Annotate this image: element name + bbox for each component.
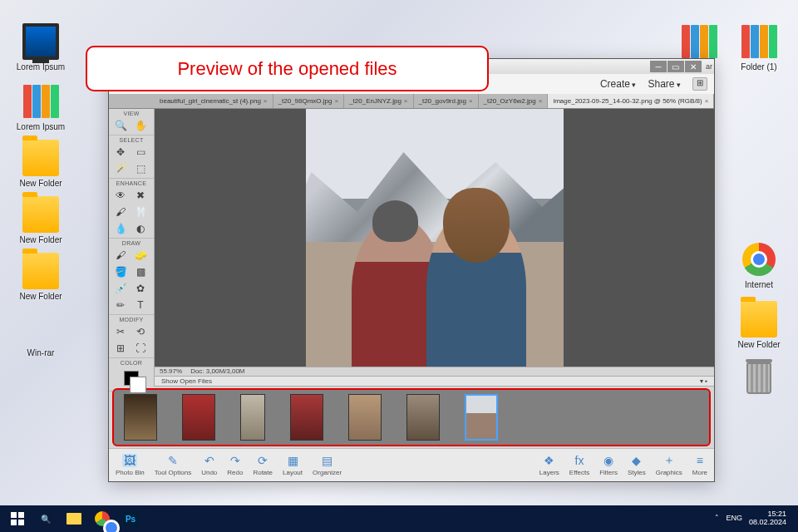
minimize-button[interactable]: ─	[650, 61, 667, 72]
straighten-tool[interactable]: ⛶	[132, 341, 149, 356]
tab[interactable]: _t20_EnJNYZ.jpg×	[344, 94, 413, 108]
close-icon[interactable]: ×	[469, 97, 473, 105]
color-swatch[interactable]	[109, 367, 154, 389]
brush-tool[interactable]: 🖌	[112, 248, 129, 263]
eyedropper-tool[interactable]: 💉	[112, 281, 129, 296]
desktop-icon-binders[interactable]	[670, 23, 728, 62]
tray-lang[interactable]: ENG	[726, 515, 742, 523]
start-button[interactable]	[3, 507, 32, 530]
rotate-button[interactable]: ⟳Rotate	[253, 454, 273, 476]
thumb[interactable]	[124, 394, 157, 441]
folder-icon	[741, 301, 777, 337]
thumb[interactable]	[290, 394, 323, 441]
styles-button[interactable]: ◆Styles	[628, 454, 646, 476]
icon-label: New Folder	[730, 340, 788, 349]
close-icon[interactable]: ×	[705, 97, 709, 105]
thumb[interactable]	[240, 394, 265, 441]
layers-button[interactable]: ❖Layers	[539, 454, 559, 476]
close-button[interactable]: ✕	[685, 61, 702, 72]
tray-chevron-icon[interactable]: ˄	[715, 515, 719, 523]
pencil-tool[interactable]: ✏	[112, 298, 129, 313]
recompose-tool[interactable]: ⟲	[132, 324, 149, 339]
monitor-icon	[22, 23, 59, 60]
graphics-button[interactable]: ＋Graphics	[656, 454, 682, 476]
menu-share[interactable]: Share	[648, 78, 681, 90]
tab[interactable]: _t20_98QmxO.jpg×	[273, 94, 345, 108]
shape-tool[interactable]: ✿	[132, 281, 149, 296]
system-tray[interactable]: ˄ ENG 15:21 08.02.2024	[707, 510, 795, 527]
close-icon[interactable]: ×	[334, 97, 338, 105]
chevron-down-icon: ▾ ▪	[700, 377, 707, 385]
hand-tool[interactable]: ✋	[132, 118, 149, 133]
text-tool[interactable]: T	[132, 298, 149, 313]
bucket-tool[interactable]: 🪣	[112, 264, 129, 279]
icon-label: Folder (1)	[730, 62, 788, 71]
wand-tool[interactable]: 🪄	[112, 161, 129, 176]
close-icon[interactable]: ×	[539, 97, 543, 105]
effects-button[interactable]: fxEffects	[569, 454, 589, 476]
organizer-button[interactable]: ▤Organizer	[313, 454, 342, 476]
desktop-icon-folder[interactable]: New Folder	[12, 196, 70, 244]
tab[interactable]: beautiful_girl_cinematic_st (4).png×	[155, 94, 273, 108]
smart-brush-tool[interactable]: 🖌	[112, 204, 129, 219]
tab-active[interactable]: image_2023-09-25_14-00-32.png @ 56% (RGB…	[548, 94, 714, 108]
tab[interactable]: _t20_gov9rd.jpg×	[414, 94, 479, 108]
open-files-label: Show Open Files	[161, 377, 212, 385]
blur-tool[interactable]: 💧	[112, 221, 129, 236]
whiten-tool[interactable]: 🦷	[132, 204, 149, 219]
svg-rect-1	[18, 512, 24, 518]
chrome-button[interactable]	[88, 507, 116, 530]
lasso-tool[interactable]: ⬚	[132, 161, 149, 176]
close-icon[interactable]: ×	[404, 97, 408, 105]
desktop-icon-trash[interactable]	[730, 357, 788, 397]
thumb-selected[interactable]	[465, 394, 498, 441]
desktop-icon-folder[interactable]: New Folder	[730, 301, 788, 349]
layout-button[interactable]: ▦Layout	[283, 454, 303, 476]
tool-options-button[interactable]: ✎Tool Options	[155, 454, 191, 476]
content-tool[interactable]: ⊞	[112, 341, 129, 356]
desktop-icon-folder[interactable]: New Folder	[12, 140, 70, 188]
explorer-button[interactable]	[60, 507, 88, 530]
spot-tool[interactable]: ✖	[132, 188, 149, 203]
thumb[interactable]	[406, 394, 440, 441]
undo-button[interactable]: ↶Undo	[201, 454, 217, 476]
desktop-icon-chrome[interactable]: Internet	[730, 241, 788, 289]
photo-bin-button[interactable]: 🖼Photo Bin	[116, 454, 145, 476]
photoshop-button[interactable]: Ps	[116, 507, 145, 530]
redeye-tool[interactable]: 👁	[112, 188, 129, 203]
icon-label: New Folder	[12, 292, 70, 301]
layers-icon: ❖	[542, 454, 557, 467]
close-icon[interactable]: ×	[264, 97, 268, 105]
thumb[interactable]	[348, 394, 382, 441]
filters-icon: ◉	[601, 454, 616, 467]
desktop-icon-binders[interactable]: Lorem Ipsum	[12, 83, 70, 131]
zoom-tool[interactable]: 🔍	[112, 118, 129, 133]
icon-label: Lorem Ipsum	[12, 122, 70, 131]
redo-button[interactable]: ↷Redo	[227, 454, 243, 476]
tab[interactable]: _t20_OzY6w2.jpg×	[479, 94, 549, 108]
search-button[interactable]: 🔍	[32, 507, 60, 530]
desktop-icon-archive[interactable]: Win-rar	[12, 309, 70, 357]
sponge-tool[interactable]: ◐	[132, 221, 149, 236]
crop-tool[interactable]: ✂	[112, 324, 129, 339]
filters-button[interactable]: ◉Filters	[599, 454, 618, 476]
help-button[interactable]: ⊞	[692, 77, 707, 91]
thumb[interactable]	[182, 394, 215, 441]
desktop-icon-folder[interactable]: New Folder	[12, 253, 70, 301]
gradient-tool[interactable]: ▩	[132, 264, 149, 279]
binders-icon	[22, 83, 59, 120]
desktop-icon-pc[interactable]: Lorem Ipsum	[12, 23, 70, 71]
desktop-icon-binders[interactable]: Folder (1)	[730, 23, 788, 71]
open-files-bar[interactable]: Show Open Files ▾ ▪	[155, 377, 714, 387]
doc-size: Doc: 3,00M/3,00M	[190, 367, 244, 375]
rotate-icon: ⟳	[255, 454, 270, 467]
canvas[interactable]	[155, 109, 714, 367]
annotation-text: Preview of the opened files	[177, 58, 397, 80]
marquee-tool[interactable]: ▭	[132, 145, 149, 160]
menu-icon: ≡	[692, 454, 707, 467]
eraser-tool[interactable]: 🧽	[132, 248, 149, 263]
more-button[interactable]: ≡More	[692, 454, 707, 476]
move-tool[interactable]: ✥	[112, 145, 129, 160]
maximize-button[interactable]: ▭	[667, 61, 684, 72]
menu-create[interactable]: Create	[600, 78, 637, 90]
